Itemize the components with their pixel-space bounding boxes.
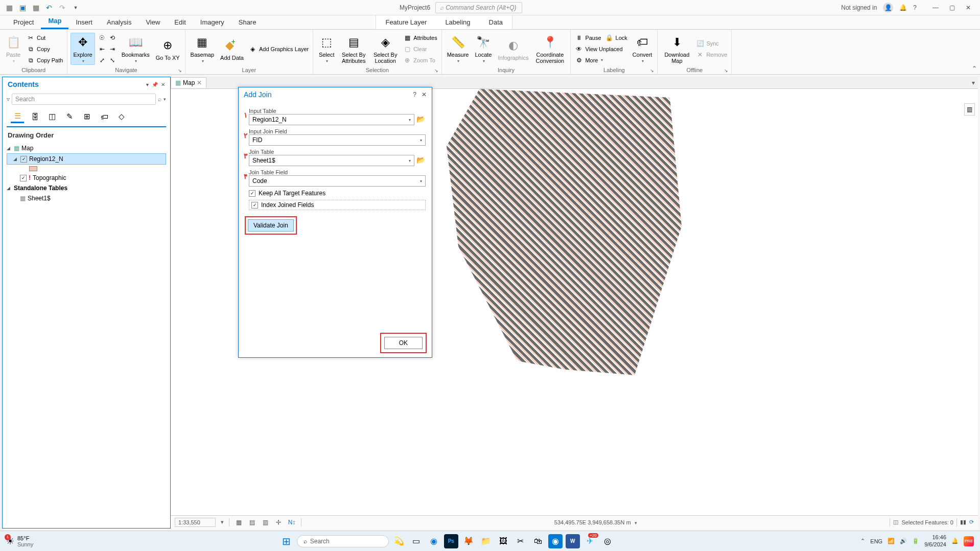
list-labeling-icon[interactable]: 🏷: [98, 110, 111, 123]
tray-app-icon[interactable]: PRE: [964, 536, 974, 546]
map-tab[interactable]: ▦ Map ✕: [171, 77, 206, 88]
command-search[interactable]: ⌕ Command Search (Alt+Q): [435, 2, 522, 13]
edge-icon[interactable]: ◉: [427, 534, 441, 548]
convert-button[interactable]: 🏷Convert▾: [631, 33, 655, 64]
firefox-icon[interactable]: 🦊: [461, 534, 476, 548]
cut-button[interactable]: ✂Cut: [26, 33, 64, 43]
battery-icon[interactable]: 🔋: [912, 538, 919, 544]
checkbox-icon[interactable]: ✓: [249, 190, 255, 197]
browse-input-table-icon[interactable]: 📂: [416, 115, 426, 124]
coord-conv-button[interactable]: 📍Coordinate Conversion: [532, 33, 567, 65]
tray-language[interactable]: ENG: [870, 538, 882, 544]
list-editing-icon[interactable]: ✎: [63, 110, 76, 123]
list-selection-icon[interactable]: ◫: [45, 110, 59, 123]
app-icon-2[interactable]: ✂: [514, 534, 528, 548]
join-table-combo[interactable]: Sheet1$▾: [249, 155, 414, 166]
paste-button[interactable]: 📋 Paste ▾: [3, 33, 24, 64]
map-tab-close-icon[interactable]: ✕: [197, 79, 202, 86]
contents-search[interactable]: Search: [12, 94, 156, 105]
offline-launcher[interactable]: ↘: [724, 68, 728, 73]
search-icon[interactable]: ⌕: [158, 96, 161, 103]
status-tool-1[interactable]: ▦: [235, 518, 243, 526]
redo-icon[interactable]: ↷: [57, 3, 67, 13]
add-data-button[interactable]: ◆+ Add Data: [218, 36, 246, 62]
remove-button[interactable]: ✕Remove: [695, 50, 728, 60]
pause-draw-icon[interactable]: ▮▮: [960, 519, 966, 525]
list-drawing-order-icon[interactable]: ☰: [11, 110, 24, 123]
join-table-field-combo[interactable]: Code▾: [249, 175, 426, 187]
ribbon-collapse-icon[interactable]: ⌃: [972, 65, 977, 72]
tab-map[interactable]: Map: [41, 14, 68, 29]
tab-feature-layer[interactable]: Feature Layer: [376, 15, 436, 29]
weather-widget[interactable]: ☀1 85°F Sunny: [6, 535, 33, 547]
tree-layer-region[interactable]: ◢ ✓ Region12_N: [7, 153, 166, 165]
tree-map[interactable]: ◢ ▦ Map: [7, 143, 166, 153]
select-by-attributes-button[interactable]: ▤ Select By Attributes: [339, 33, 368, 65]
tab-data[interactable]: Data: [480, 15, 512, 29]
help-icon[interactable]: ?: [913, 4, 917, 11]
nav-tool-2[interactable]: ⇤⇥: [97, 44, 118, 54]
app-icon-3[interactable]: ◎: [600, 534, 615, 548]
list-source-icon[interactable]: 🗄: [28, 110, 41, 123]
tab-edit[interactable]: Edit: [167, 15, 193, 29]
select-button[interactable]: ⬚ Select ▾: [316, 33, 337, 64]
status-tool-2[interactable]: ▤: [248, 518, 256, 526]
tab-view[interactable]: View: [138, 15, 167, 29]
telegram-icon[interactable]: ✈+20: [583, 534, 597, 548]
status-tool-5[interactable]: N↕: [288, 518, 296, 526]
browse-join-table-icon[interactable]: 📂: [416, 156, 426, 165]
notifications-icon[interactable]: 🔔: [899, 4, 907, 11]
list-perspective-icon[interactable]: ◇: [115, 110, 128, 123]
start-icon[interactable]: ⊞: [279, 534, 294, 548]
tab-labeling[interactable]: Labeling: [436, 15, 479, 29]
expand-icon[interactable]: ◢: [13, 156, 18, 162]
download-map-button[interactable]: ⬇Download Map: [661, 33, 693, 65]
layer-checkbox[interactable]: ✓: [20, 175, 27, 181]
tab-insert[interactable]: Insert: [68, 15, 100, 29]
coords-dropdown-icon[interactable]: ▾: [635, 520, 637, 525]
qat-customize-icon[interactable]: ▼: [71, 3, 81, 13]
photoshop-icon[interactable]: Ps: [444, 534, 458, 548]
tree-standalone-tables[interactable]: ◢ Standalone Tables: [7, 183, 166, 193]
volume-icon[interactable]: 🔊: [900, 538, 907, 544]
more-button[interactable]: ⚙More▾: [574, 55, 628, 65]
save-icon[interactable]: ▦: [31, 3, 41, 13]
close-window-button[interactable]: ✕: [961, 2, 976, 13]
zoom-to-button[interactable]: ⊕Zoom To: [402, 55, 438, 65]
maximize-button[interactable]: ▢: [944, 2, 960, 13]
measure-button[interactable]: 📏Measure▾: [445, 33, 471, 64]
undo-icon[interactable]: ↶: [44, 3, 54, 13]
store-icon[interactable]: 🛍: [531, 534, 545, 548]
tab-analysis[interactable]: Analysis: [100, 15, 138, 29]
tray-expand-icon[interactable]: ⌃: [860, 538, 865, 544]
add-graphics-layer-button[interactable]: ◈Add Graphics Layer: [248, 44, 310, 54]
map-tabs-dropdown-icon[interactable]: ▾: [972, 79, 975, 86]
status-tool-3[interactable]: ▥: [261, 518, 269, 526]
catalog-pane-button[interactable]: ▥: [964, 103, 975, 116]
notification-bell-icon[interactable]: 🔔: [951, 538, 959, 544]
clear-button[interactable]: ▢Clear: [402, 44, 438, 54]
infographics-button[interactable]: ◐Infographics: [496, 36, 530, 62]
tab-imagery[interactable]: Imagery: [193, 15, 231, 29]
checkbox-icon[interactable]: ✓: [251, 202, 258, 209]
filter-icon[interactable]: ▿: [7, 96, 10, 103]
view-unplaced-button[interactable]: 👁View Unplaced: [574, 44, 628, 54]
tree-layer-topo[interactable]: ◢ ✓ ! Topographic: [7, 173, 166, 183]
locate-button[interactable]: 🔭Locate▾: [473, 33, 494, 64]
keep-all-check[interactable]: ✓ Keep All Target Features: [249, 190, 426, 197]
tree-table-sheet1[interactable]: ◢ ▦ Sheet1$: [7, 193, 166, 203]
select-by-location-button[interactable]: ◈ Select By Location: [370, 33, 400, 65]
new-project-icon[interactable]: ▦: [4, 3, 14, 13]
scale-dropdown-icon[interactable]: ▾: [221, 519, 224, 525]
basemap-button[interactable]: ▦ Basemap ▾: [189, 33, 216, 64]
pane-close-icon[interactable]: ✕: [161, 82, 165, 87]
goto-xy-button[interactable]: ⊕ Go To XY: [154, 36, 182, 62]
status-tool-4[interactable]: ✢: [274, 518, 283, 526]
validate-join-button[interactable]: Validate Join: [248, 219, 294, 232]
nav-tool-3[interactable]: ⤢⤡: [97, 55, 118, 65]
dialog-close-icon[interactable]: ✕: [422, 91, 427, 98]
open-project-icon[interactable]: ▣: [17, 3, 28, 13]
sync-button[interactable]: 🔄Sync: [695, 38, 728, 49]
pause-button[interactable]: ⏸Pause 🔒Lock: [574, 33, 628, 43]
input-table-combo[interactable]: Region12_N▾: [249, 114, 414, 125]
